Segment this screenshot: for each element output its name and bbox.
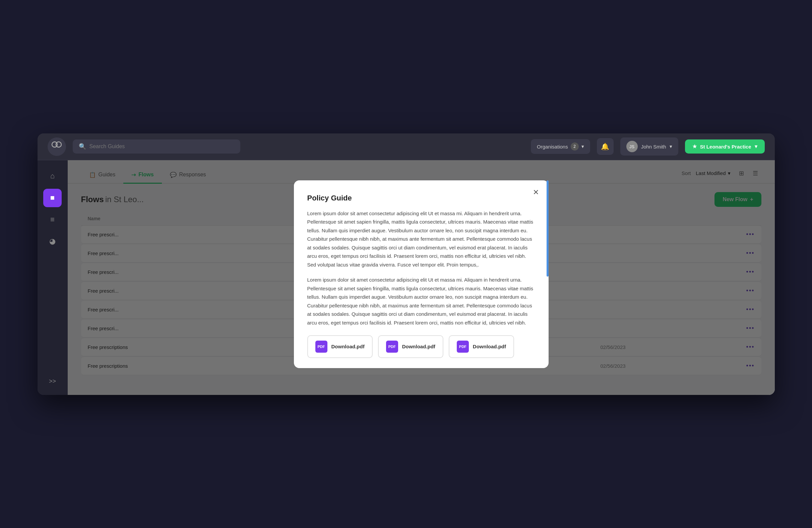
modal-paragraph-2: Lorem ipsum dolor sit amet consectetur a… (307, 275, 535, 329)
book-icon: ■ (50, 194, 55, 202)
content-area: 📋 Guides ⇢ Flows 💬 Responses Sort Last M… (68, 160, 775, 395)
chevron-down-icon: ▾ (755, 143, 757, 149)
svg-point-1 (56, 142, 61, 147)
download-button-3[interactable]: PDF Download.pdf (449, 335, 514, 358)
download-label-2: Download.pdf (402, 344, 435, 349)
avatar: JS (626, 141, 638, 152)
topbar-right: Organisations 2 ▾ 🔔 JS John Smith ▾ ★ St… (531, 138, 765, 156)
chevron-down-icon: ▾ (670, 143, 672, 149)
expand-icon: >> (49, 378, 56, 385)
modal-title: Policy Guide (307, 194, 535, 202)
search-bar[interactable]: 🔍 (73, 140, 240, 154)
chart-icon: ◕ (49, 237, 56, 246)
organisations-label: Organisations (537, 144, 568, 149)
policy-guide-modal: ✕ Policy Guide Lorem ipsum dolor sit ame… (294, 180, 549, 368)
modal-close-button[interactable]: ✕ (530, 186, 542, 198)
practice-button[interactable]: ★ St Leonard's Practice ▾ (685, 140, 765, 154)
search-icon: 🔍 (79, 143, 86, 150)
organisations-count: 2 (571, 142, 579, 151)
close-icon: ✕ (533, 188, 539, 197)
app-logo (47, 138, 66, 156)
pdf-icon: PDF (315, 341, 328, 353)
modal-paragraph-1: Lorem ipsum dolor sit amet consectetur a… (307, 209, 535, 269)
home-icon: ⌂ (50, 172, 55, 180)
modal-overlay[interactable]: ✕ Policy Guide Lorem ipsum dolor sit ame… (68, 160, 775, 395)
download-button-2[interactable]: PDF Download.pdf (378, 335, 444, 358)
user-name: John Smith (641, 144, 666, 149)
download-label-3: Download.pdf (473, 344, 506, 349)
sidebar-item-chart[interactable]: ◕ (43, 232, 62, 251)
bell-icon: 🔔 (601, 142, 609, 151)
practice-icon: ★ (692, 143, 697, 149)
layers-icon: ≡ (50, 215, 55, 224)
user-menu-button[interactable]: JS John Smith ▾ (620, 138, 678, 156)
scrollbar-thumb (547, 180, 549, 276)
download-label-1: Download.pdf (331, 344, 365, 349)
chevron-down-icon: ▾ (581, 143, 584, 149)
sidebar-item-flows[interactable]: ■ (43, 189, 62, 207)
pdf-icon: PDF (457, 341, 469, 353)
top-bar: 🔍 Organisations 2 ▾ 🔔 JS John Smith ▾ ★ … (38, 133, 775, 160)
modal-content: Policy Guide Lorem ipsum dolor sit amet … (294, 180, 549, 329)
notifications-button[interactable]: 🔔 (597, 138, 614, 155)
organisations-button[interactable]: Organisations 2 ▾ (531, 139, 590, 154)
search-input[interactable] (89, 143, 234, 149)
download-button-1[interactable]: PDF Download.pdf (307, 335, 373, 358)
practice-name: St Leonard's Practice (700, 144, 751, 149)
modal-downloads: PDF Download.pdf PDF Download.pdf (294, 329, 549, 368)
sidebar: ⌂ ■ ≡ ◕ >> (38, 160, 68, 395)
pdf-icon: PDF (386, 341, 398, 353)
main-layout: ⌂ ■ ≡ ◕ >> 📋 Guides (38, 160, 775, 395)
sidebar-expand-button[interactable]: >> (43, 375, 62, 388)
sidebar-item-home[interactable]: ⌂ (43, 167, 62, 185)
sidebar-item-layers[interactable]: ≡ (43, 211, 62, 229)
